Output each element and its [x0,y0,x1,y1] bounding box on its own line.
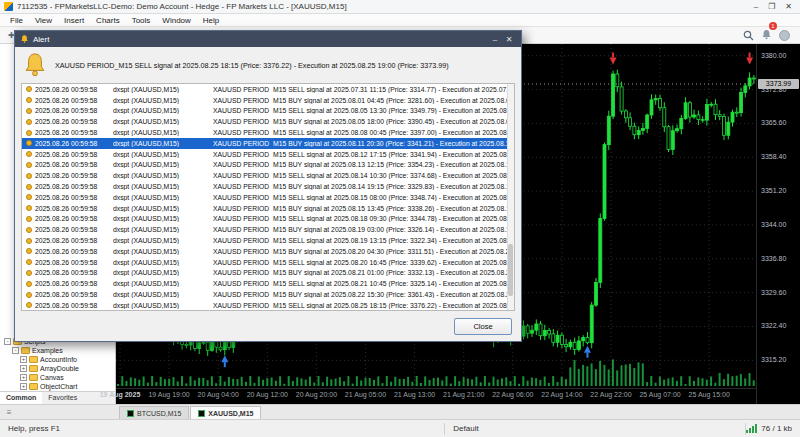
alert-row[interactable]: 2025.08.26 00:59:58dxspt (XAUUSD,M15)XAU… [22,116,514,127]
alert-message: XAUUSD PERIOD_M15 BUY signal at 2025.08.… [213,226,514,233]
alert-time: 2025.08.26 00:59:58 [35,172,113,179]
price-axis[interactable]: 3380.003372.803365.603358.403351.203344.… [756,44,800,404]
row-bell-icon [26,259,32,265]
alert-dialog-title: Alert [33,35,488,44]
navigator-tab-favorites[interactable]: Favorites [42,392,83,404]
time-axis-label: 21 Aug 05:00 [345,391,386,398]
row-bell-icon [26,151,32,157]
window-maximize-button[interactable]: ❐ [768,2,775,11]
time-axis-label: 19 Aug 19:00 [148,391,189,398]
menu-item-window[interactable]: Window [156,14,196,27]
row-bell-icon [26,130,32,136]
sidebar-item-arraydouble[interactable]: +ArrayDouble [0,364,115,373]
time-axis-label: 20 Aug 20:00 [296,391,337,398]
menu-item-charts[interactable]: Charts [90,14,126,27]
alert-time: 2025.08.26 00:59:58 [35,215,113,222]
sidebar-item-objectchart[interactable]: +ObjectChart [0,382,115,391]
alert-source: dxspt (XAUUSD,M15) [113,86,213,93]
close-button[interactable]: Close [454,318,512,335]
alert-row[interactable]: 2025.08.26 00:59:58dxspt (XAUUSD,M15)XAU… [22,95,514,106]
tab-list-icon[interactable]: ≡ [3,407,15,418]
account-avatar[interactable] [779,30,790,41]
folder-icon [29,356,38,363]
alert-source: dxspt (XAUUSD,M15) [113,118,213,125]
time-axis[interactable]: 19 Aug 202519 Aug 19:0020 Aug 04:0020 Au… [116,388,756,404]
alert-message: XAUUSD PERIOD_M15 BUY signal at 2025.08.… [213,205,514,212]
alert-source: dxspt (XAUUSD,M15) [113,183,213,190]
alert-header-text: XAUUSD PERIOD_M15 SELL signal at 2025.08… [55,61,449,70]
alert-row[interactable]: 2025.08.26 00:59:58dxspt (XAUUSD,M15)XAU… [22,149,514,160]
menu-item-tools[interactable]: Tools [126,14,157,27]
alert-row[interactable]: 2025.08.26 00:59:58dxspt (XAUUSD,M15)XAU… [22,300,514,311]
status-profile[interactable]: Default [445,423,745,435]
window-close-button[interactable]: ✕ [785,2,792,11]
alert-row[interactable]: 2025.08.26 00:59:58dxspt (XAUUSD,M15)XAU… [22,138,514,149]
alert-row[interactable]: 2025.08.26 00:59:58dxspt (XAUUSD,M15)XAU… [22,268,514,279]
alert-time: 2025.08.26 00:59:58 [35,259,113,266]
alert-row[interactable]: 2025.08.26 00:59:58dxspt (XAUUSD,M15)XAU… [22,257,514,268]
app-icon [4,2,13,11]
alert-row[interactable]: 2025.08.26 00:59:58dxspt (XAUUSD,M15)XAU… [22,160,514,171]
chart-tab-xauusd-m15[interactable]: XAUUSD,M15 [190,406,261,419]
alert-row[interactable]: 2025.08.26 00:59:58dxspt (XAUUSD,M15)XAU… [22,106,514,117]
tree-expander-icon[interactable]: + [20,374,27,381]
sidebar-item-accountinfo[interactable]: +AccountInfo [0,355,115,364]
alert-dialog-title-bar[interactable]: Alert – ✕ [15,31,521,47]
alert-row[interactable]: 2025.08.26 00:59:58dxspt (XAUUSD,M15)XAU… [22,246,514,257]
alert-source: dxspt (XAUUSD,M15) [113,269,213,276]
row-bell-icon [26,270,32,276]
menu-item-view[interactable]: View [29,14,58,27]
alert-row[interactable]: 2025.08.26 00:59:58dxspt (XAUUSD,M15)XAU… [22,235,514,246]
search-icon[interactable] [743,30,754,41]
alert-list[interactable]: 2025.08.26 00:59:58dxspt (XAUUSD,M15)XAU… [21,83,515,311]
alert-row[interactable]: 2025.08.26 00:59:58dxspt (XAUUSD,M15)XAU… [22,170,514,181]
alert-source: dxspt (XAUUSD,M15) [113,259,213,266]
alert-time: 2025.08.26 00:59:58 [35,226,113,233]
time-axis-label: 21 Aug 13:00 [394,391,435,398]
notifications-bell-icon[interactable]: 1 [761,26,772,44]
alert-source: dxspt (XAUUSD,M15) [113,226,213,233]
alert-time: 2025.08.26 00:59:58 [35,86,113,93]
menu-item-insert[interactable]: Insert [58,14,90,27]
alert-minimize-button[interactable]: – [488,35,502,44]
price-axis-label: 3336.80 [761,255,786,262]
price-axis-label: 3315.20 [761,356,786,363]
tree-expander-icon[interactable]: + [20,356,27,363]
connection-bars-icon [746,424,757,433]
window-minimize-button[interactable]: – [754,2,758,11]
alert-message: XAUUSD PERIOD_M15 BUY signal at 2025.08.… [213,161,514,168]
tree-expander-icon[interactable]: - [4,338,11,345]
alert-row[interactable]: 2025.08.26 00:59:58dxspt (XAUUSD,M15)XAU… [22,278,514,289]
row-bell-icon [26,184,32,190]
alert-source: dxspt (XAUUSD,M15) [113,161,213,168]
alert-source: dxspt (XAUUSD,M15) [113,151,213,158]
alert-row[interactable]: 2025.08.26 00:59:58dxspt (XAUUSD,M15)XAU… [22,214,514,225]
alert-row[interactable]: 2025.08.26 00:59:58dxspt (XAUUSD,M15)XAU… [22,289,514,300]
status-traffic[interactable]: 76 / 1 kb [761,424,792,433]
row-bell-icon [26,86,32,92]
alert-row[interactable]: 2025.08.26 00:59:58dxspt (XAUUSD,M15)XAU… [22,84,514,95]
row-bell-icon [26,108,32,114]
chart-tab-btcusd-m15[interactable]: BTCUSD,M15 [119,406,189,419]
alert-time: 2025.08.26 00:59:58 [35,248,113,255]
alert-row[interactable]: 2025.08.26 00:59:58dxspt (XAUUSD,M15)XAU… [22,127,514,138]
tree-expander-icon[interactable]: + [20,383,27,390]
alert-list-scrollbar[interactable] [507,84,514,310]
time-axis-label: 20 Aug 04:00 [198,391,239,398]
alert-row[interactable]: 2025.08.26 00:59:58dxspt (XAUUSD,M15)XAU… [22,224,514,235]
alert-time: 2025.08.26 00:59:58 [35,237,113,244]
alert-row[interactable]: 2025.08.26 00:59:58dxspt (XAUUSD,M15)XAU… [22,181,514,192]
sidebar-item-canvas[interactable]: +Canvas [0,373,115,382]
tree-expander-icon[interactable]: - [12,347,19,354]
menu-item-help[interactable]: Help [197,14,225,27]
tree-expander-icon[interactable]: + [20,365,27,372]
alert-source: dxspt (XAUUSD,M15) [113,291,213,298]
alert-row[interactable]: 2025.08.26 00:59:58dxspt (XAUUSD,M15)XAU… [22,203,514,214]
menu-item-file[interactable]: File [4,14,29,27]
alert-close-icon[interactable]: ✕ [502,35,516,44]
sidebar-item-examples[interactable]: -Examples [0,346,115,355]
alert-dialog: Alert – ✕ XAUUSD PERIOD_M15 SELL signal … [14,30,522,342]
navigator-tab-common[interactable]: Common [0,392,42,404]
alert-row[interactable]: 2025.08.26 00:59:58dxspt (XAUUSD,M15)XAU… [22,192,514,203]
status-help-text: Help, press F1 [0,423,444,435]
